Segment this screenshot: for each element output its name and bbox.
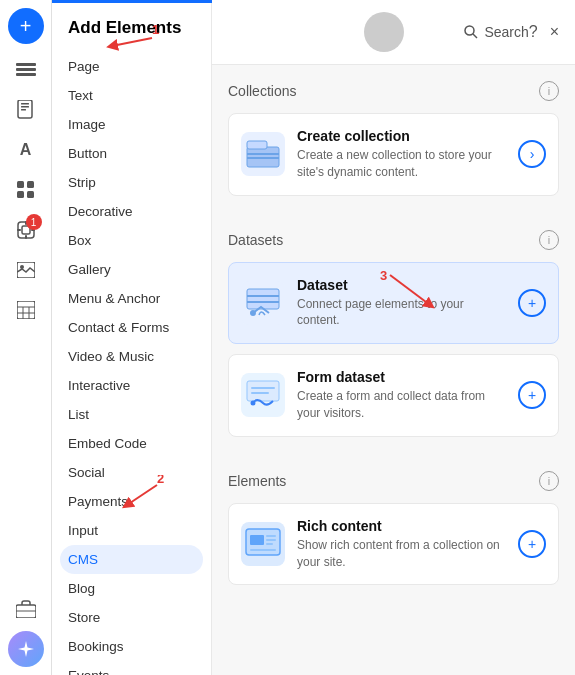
svg-rect-29 <box>247 153 279 155</box>
nav-item-contact-forms[interactable]: Contact & Forms <box>52 313 211 342</box>
nav-item-payments[interactable]: Payments <box>52 487 211 516</box>
nav-item-input[interactable]: Input <box>52 516 211 545</box>
sidebar-icon-design[interactable]: A <box>8 132 44 168</box>
svg-point-35 <box>250 310 256 316</box>
svg-rect-8 <box>27 181 34 188</box>
collections-info-icon[interactable]: i <box>539 81 559 101</box>
rich-content-add-button[interactable]: + <box>518 530 546 558</box>
elements-info-icon[interactable]: i <box>539 471 559 491</box>
create-collection-desc: Create a new collection to store your si… <box>297 147 506 181</box>
help-icon[interactable]: ? <box>529 23 538 41</box>
svg-rect-41 <box>250 535 264 545</box>
nav-item-text[interactable]: Text <box>52 81 211 110</box>
svg-rect-30 <box>247 157 279 159</box>
svg-rect-33 <box>247 295 279 297</box>
search-bar[interactable]: Search <box>464 24 528 40</box>
nav-item-button[interactable]: Button <box>52 139 211 168</box>
icon-sidebar: + A <box>0 0 52 675</box>
apps-icon <box>17 181 35 199</box>
sidebar-icon-pages[interactable] <box>8 92 44 128</box>
datasets-info-icon[interactable]: i <box>539 230 559 250</box>
plugins-badge: 1 <box>26 214 42 230</box>
sparkle-icon <box>18 641 34 657</box>
nav-item-page[interactable]: Page <box>52 52 211 81</box>
svg-rect-15 <box>17 229 21 231</box>
nav-item-strip[interactable]: Strip <box>52 168 211 197</box>
form-dataset-text: Form dataset Create a form and collect d… <box>297 369 506 422</box>
collection-icon <box>241 132 285 176</box>
dataset-desc: Connect page elements to your content. <box>297 296 506 330</box>
svg-rect-4 <box>21 103 29 105</box>
dataset-title: Dataset <box>297 277 506 293</box>
svg-rect-1 <box>16 68 36 71</box>
nav-item-blog[interactable]: Blog <box>52 574 211 603</box>
nav-item-list[interactable]: List <box>52 400 211 429</box>
create-collection-card[interactable]: Create collection Create a new collectio… <box>228 113 559 196</box>
svg-rect-34 <box>247 301 279 303</box>
create-collection-text: Create collection Create a new collectio… <box>297 128 506 181</box>
svg-rect-44 <box>266 543 273 545</box>
sidebar-icon-table[interactable] <box>8 292 44 328</box>
panel-title: Add Elements <box>52 8 211 52</box>
sidebar-icon-plugins[interactable]: 1 <box>8 212 44 248</box>
nav-item-events[interactable]: Events <box>52 661 211 675</box>
elements-section: Elements i <box>212 455 575 604</box>
sidebar-icon-apps[interactable] <box>8 172 44 208</box>
sidebar-icon-media[interactable] <box>8 252 44 288</box>
nav-item-video-music[interactable]: Video & Music <box>52 342 211 371</box>
svg-rect-19 <box>17 301 35 319</box>
nav-item-bookings[interactable]: Bookings <box>52 632 211 661</box>
rich-content-title: Rich content <box>297 518 506 534</box>
nav-item-gallery[interactable]: Gallery <box>52 255 211 284</box>
datasets-header: Datasets i <box>228 230 559 250</box>
collections-header: Collections i <box>228 81 559 101</box>
elements-title: Elements <box>228 473 286 489</box>
svg-rect-14 <box>25 235 27 239</box>
svg-rect-5 <box>21 106 29 108</box>
create-collection-title: Create collection <box>297 128 506 144</box>
nav-item-menu-anchor[interactable]: Menu & Anchor <box>52 284 211 313</box>
sidebar-icon-layout[interactable] <box>8 52 44 88</box>
rich-content-card[interactable]: Rich content Show rich content from a co… <box>228 503 559 586</box>
media-icon <box>17 262 35 278</box>
svg-point-18 <box>20 265 24 269</box>
avatar <box>364 12 404 52</box>
dataset-text: Dataset Connect page elements to your co… <box>297 277 506 330</box>
svg-rect-7 <box>17 181 24 188</box>
form-dataset-desc: Create a form and collect data from your… <box>297 388 506 422</box>
svg-rect-31 <box>247 141 267 149</box>
svg-rect-37 <box>251 387 275 389</box>
svg-rect-45 <box>250 549 276 551</box>
close-icon[interactable]: × <box>550 23 559 41</box>
form-dataset-icon-svg <box>245 379 281 411</box>
rich-content-icon-svg <box>244 527 282 561</box>
svg-rect-42 <box>266 535 276 537</box>
plus-icon: + <box>20 15 32 38</box>
svg-rect-10 <box>27 191 34 198</box>
dataset-add-button[interactable]: + <box>518 289 546 317</box>
nav-item-cms[interactable]: CMS <box>60 545 203 574</box>
svg-rect-2 <box>16 73 36 76</box>
sidebar-icon-briefcase[interactable] <box>8 591 44 627</box>
nav-item-box[interactable]: Box <box>52 226 211 255</box>
form-dataset-add-button[interactable]: + <box>518 381 546 409</box>
rich-content-icon <box>241 522 285 566</box>
nav-item-embed-code[interactable]: Embed Code <box>52 429 211 458</box>
design-icon: A <box>20 141 32 159</box>
nav-item-image[interactable]: Image <box>52 110 211 139</box>
svg-rect-6 <box>21 109 26 111</box>
content-area: Search ? × Collections i <box>212 0 575 675</box>
sparkle-button[interactable] <box>8 631 44 667</box>
nav-item-interactive[interactable]: Interactive <box>52 371 211 400</box>
add-elements-button[interactable]: + <box>8 8 44 44</box>
create-collection-action[interactable]: › <box>518 140 546 168</box>
nav-item-decorative[interactable]: Decorative <box>52 197 211 226</box>
collection-icon-svg <box>245 139 281 169</box>
form-dataset-card[interactable]: Form dataset Create a form and collect d… <box>228 354 559 437</box>
nav-item-social[interactable]: Social <box>52 458 211 487</box>
dataset-card[interactable]: Dataset Connect page elements to your co… <box>228 262 559 345</box>
collections-title: Collections <box>228 83 296 99</box>
nav-item-store[interactable]: Store <box>52 603 211 632</box>
datasets-title: Datasets <box>228 232 283 248</box>
header-icons: ? × <box>529 23 559 41</box>
